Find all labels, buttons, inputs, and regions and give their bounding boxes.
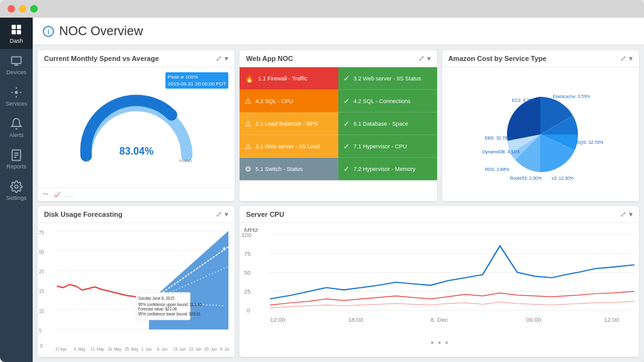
gauge-widget-header: Current Monthly Spend vs Average ⤢ ▾ (38, 50, 235, 67)
noc-item-sql-cpu[interactable]: ⚠ 4.2 SQL - CPU (240, 90, 338, 112)
gear-icon (9, 180, 23, 194)
svg-text:8. Jun: 8. Jun (157, 346, 168, 351)
chevron-down-icon[interactable]: ▾ (225, 54, 228, 63)
svg-text:18. May: 18. May (108, 346, 121, 352)
gauge-footer: 〜 📈 ... (38, 187, 235, 201)
svg-text:DynamoDB: 4.51%: DynamoDB: 4.51% (482, 150, 520, 155)
svg-text:EBS: 32.76%: EBS: 32.76% (485, 136, 511, 140)
expand-icon[interactable]: ⤢ (216, 210, 222, 219)
sidebar-item-alerts[interactable]: Alerts (0, 112, 33, 143)
svg-text:12:00: 12:00 (270, 317, 286, 322)
dashboard-grid: Current Monthly Spend vs Average ⤢ ▾ Pea… (33, 45, 644, 362)
title-text: NOC Overview (59, 24, 143, 38)
disk-widget: Disk Usage Forecasting ⤢ ▾ (38, 206, 235, 357)
gear-small-icon: ⚙ (245, 165, 252, 173)
svg-text:5: 5 (39, 327, 42, 334)
sidebar-item-devices[interactable]: Devices (0, 49, 33, 80)
expand-icon[interactable]: ⤢ (620, 54, 626, 63)
chevron-down-icon[interactable]: ▾ (629, 54, 633, 63)
pie-controls[interactable]: ⤢ ▾ (620, 54, 633, 63)
sidebar-item-dash[interactable]: Dash (0, 18, 33, 49)
expand-icon[interactable]: ⤢ (620, 210, 626, 219)
noc-controls[interactable]: ⤢ ▾ (418, 54, 431, 63)
svg-text:0: 0 (40, 343, 43, 349)
cpu-title: Server CPU (246, 211, 284, 218)
noc-item-lb[interactable]: ⚠ 2.1 Load Balancer - BPS (240, 112, 338, 135)
svg-text:25: 25 (244, 289, 251, 295)
noc-item-hypervisor-cpu[interactable]: ✓ 7.1 Hypervisor - CPU (338, 135, 437, 158)
gauge-controls[interactable]: ⤢ ▾ (216, 54, 228, 63)
app-window: Dash Devices Services Alerts (0, 0, 644, 362)
pie-title: Amazon Cost by Service Type (448, 55, 547, 62)
svg-text:EC2: 9.26%: EC2: 9.26% (512, 98, 535, 102)
cpu-widget-header: Server CPU ⤢ ▾ (240, 206, 639, 223)
warning-icon-2: ⚠ (245, 119, 252, 128)
svg-text:50: 50 (244, 270, 251, 276)
disk-controls[interactable]: ⤢ ▾ (216, 210, 228, 219)
expand-icon[interactable]: ⤢ (216, 54, 222, 63)
svg-text:SQS: 32.70%: SQS: 32.70% (577, 140, 603, 145)
noc-item-switch[interactable]: ⚙ 5.1 Switch - Status (240, 158, 338, 180)
svg-text:06:00: 06:00 (526, 317, 541, 322)
noc-item-webserver[interactable]: ⚠ 3.1 Web server - IIS Load (240, 135, 338, 158)
noc-item-hypervisor-mem[interactable]: ✓ 7.2 Hypervisor - Memory (338, 158, 437, 180)
sidebar-item-services[interactable]: Services (0, 80, 33, 112)
disk-title: Disk Usage Forecasting (44, 211, 123, 218)
cpu-dots: ●●● (240, 339, 639, 348)
svg-text:RDS: 2.88%: RDS: 2.88% (485, 167, 509, 172)
svg-text:25. May: 25. May (125, 346, 138, 352)
close-button[interactable] (8, 5, 15, 13)
chevron-down-icon[interactable]: ▾ (225, 210, 228, 219)
svg-text:5000: 5000 (179, 158, 192, 162)
gauge-widget: Current Monthly Spend vs Average ⤢ ▾ Pea… (38, 50, 235, 201)
cpu-widget: Server CPU ⤢ ▾ MHz (240, 206, 639, 357)
noc-body: 🔥 1.1 Firewall - Traffic ⚠ 4.2 SQL - CPU… (240, 67, 436, 201)
gauge-icon-chart: 📈 (53, 192, 60, 198)
disk-body: Sunday June 8, 2015 95% confidence upper… (38, 223, 235, 357)
pie-widget: Amazon Cost by Service Type ⤢ ▾ (442, 50, 639, 201)
svg-text:10: 10 (39, 308, 44, 314)
svg-text:0: 0 (86, 158, 89, 162)
chevron-down-icon[interactable]: ▾ (427, 54, 431, 63)
chevron-down-icon[interactable]: ▾ (629, 210, 633, 219)
svg-text:27 Apr: 27 Apr (55, 346, 67, 352)
maximize-button[interactable] (30, 5, 38, 13)
svg-text:★: ★ (148, 299, 152, 305)
gauge-dots: ... (65, 192, 74, 198)
svg-rect-3 (17, 30, 21, 35)
noc-item-iis-status[interactable]: ✓ 3.2 Web server - IIS Status (338, 67, 437, 90)
check-icon-4: ✓ (343, 142, 350, 151)
svg-point-5 (15, 91, 18, 94)
noc-grid: 🔥 1.1 Firewall - Traffic ⚠ 4.2 SQL - CPU… (240, 67, 436, 201)
svg-rect-4 (12, 57, 21, 63)
noc-item-db-space[interactable]: ✓ 6.1 Database - Space (338, 112, 437, 135)
pie-container: EC2: 9.26% Elasticache: 3.59% SQS: 32.70… (442, 67, 639, 201)
main-content: i NOC Overview Current Monthly Spend vs … (33, 18, 644, 362)
svg-text:15: 15 (39, 288, 44, 295)
titlebar (0, 0, 644, 18)
top-bar: i NOC Overview (33, 18, 644, 45)
sidebar-item-settings[interactable]: Settings (0, 175, 33, 206)
expand-icon[interactable]: ⤢ (418, 54, 425, 63)
minimize-button[interactable] (19, 5, 26, 13)
svg-rect-0 (12, 25, 16, 30)
cpu-controls[interactable]: ⤢ ▾ (620, 210, 633, 219)
svg-text:s3: 12.30%: s3: 12.30% (552, 176, 574, 180)
noc-item-sql-conn[interactable]: ✓ 4.2 SQL - Connections (338, 90, 437, 112)
check-icon-2: ✓ (343, 97, 350, 106)
svg-text:83.04%: 83.04% (119, 146, 153, 156)
disk-widget-header: Disk Usage Forecasting ⤢ ▾ (38, 206, 235, 223)
noc-item-firewall[interactable]: 🔥 1.1 Firewall - Traffic (240, 67, 338, 90)
svg-text:8. Dec: 8. Dec (431, 317, 448, 322)
gauge-peak: Peak ø 100% 2015-08-31 20:00:00 PDT (165, 72, 229, 89)
svg-text:75: 75 (39, 229, 44, 236)
sidebar-item-reports[interactable]: Reports (0, 143, 33, 175)
svg-text:Route53: 2.00%: Route53: 2.00% (510, 176, 541, 180)
svg-rect-2 (12, 30, 16, 35)
svg-text:100: 100 (242, 232, 252, 238)
warning-icon: ⚠ (245, 97, 252, 106)
cpu-chart-svg: MHz 100 75 50 25 0 (240, 223, 639, 337)
pie-widget-header: Amazon Cost by Service Type ⤢ ▾ (442, 50, 639, 67)
noc-widget-header: Web App NOC ⤢ ▾ (240, 50, 436, 67)
info-icon: i (43, 26, 54, 37)
